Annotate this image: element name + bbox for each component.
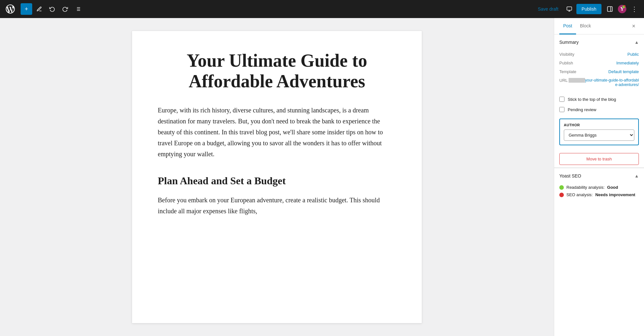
preview-button[interactable] [564, 3, 575, 15]
sidebar-tabs: Post Block × [554, 18, 644, 34]
move-to-trash-button[interactable]: Move to trash [559, 153, 639, 165]
url-prefix: ██████ [569, 78, 585, 82]
editor-content[interactable]: Your Ultimate Guide to Affordable Advent… [132, 31, 422, 323]
author-section: AUTHOR Gemma Briggs [559, 119, 639, 145]
body-paragraph-1[interactable]: Europe, with its rich history, diverse c… [158, 105, 396, 159]
stick-to-top-checkbox[interactable] [559, 97, 564, 102]
visibility-label: Visibility [559, 52, 574, 57]
publish-row: Publish Immediately [559, 59, 639, 67]
yoast-items: Readability analysis: Good SEO analysis:… [554, 184, 644, 204]
publish-button[interactable]: Publish [576, 4, 601, 14]
add-block-button[interactable]: + [21, 3, 32, 15]
url-row: URL ██████your-ultimate-guide-to-afforda… [559, 76, 639, 89]
yoast-label: Yoast SEO [559, 173, 581, 178]
summary-label: Summary [559, 40, 579, 45]
undo-button[interactable] [46, 3, 58, 15]
summary-rows: Visibility Public Publish Immediately Te… [554, 50, 644, 94]
readability-dot-icon [559, 185, 564, 190]
body-paragraph-2[interactable]: Before you embark on your European adven… [158, 195, 396, 216]
sidebar-toggle-button[interactable] [604, 3, 616, 15]
url-value[interactable]: ██████your-ultimate-guide-to-affordable-… [568, 78, 639, 87]
editor-area: Your Ultimate Guide to Affordable Advent… [0, 18, 554, 336]
template-label: Template [559, 69, 576, 74]
stick-to-top-row[interactable]: Stick to the top of the blog [554, 94, 644, 104]
svg-rect-9 [608, 7, 612, 12]
summary-chevron-icon: ▲ [634, 40, 639, 45]
yoast-icon: Y [617, 4, 627, 14]
visibility-value[interactable]: Public [628, 52, 639, 57]
yoast-chevron-icon: ▲ [634, 173, 639, 178]
readability-value: Good [607, 185, 618, 190]
url-path: your-ultimate-guide-to-affordable-advent… [585, 78, 639, 87]
template-value[interactable]: Default template [608, 69, 639, 74]
save-draft-button[interactable]: Save draft [534, 4, 562, 14]
svg-point-14 [624, 5, 625, 7]
list-view-button[interactable] [72, 3, 84, 15]
pending-review-label: Pending review [568, 107, 596, 112]
seo-dot-icon [559, 193, 564, 197]
svg-rect-6 [567, 7, 572, 10]
redo-button[interactable] [59, 3, 71, 15]
post-body-2[interactable]: Before you embark on your European adven… [158, 195, 396, 216]
visibility-row: Visibility Public [559, 50, 639, 59]
seo-row: SEO analysis: Needs improvement [559, 191, 639, 198]
publish-label: Publish [559, 61, 573, 65]
toolbar: + Save draft Publish Y ⋮ [0, 0, 644, 18]
main-area: Your Ultimate Guide to Affordable Advent… [0, 18, 644, 336]
summary-section-header[interactable]: Summary ▲ [554, 34, 644, 50]
readability-label: Readability analysis: [566, 185, 605, 190]
sidebar: Post Block × Summary ▲ Visibility Public… [554, 18, 644, 336]
seo-value: Needs improvement [595, 192, 635, 197]
template-row: Template Default template [559, 67, 639, 76]
tab-block[interactable]: Block [576, 18, 595, 34]
section-heading[interactable]: Plan Ahead and Set a Budget [158, 175, 396, 187]
publish-value[interactable]: Immediately [616, 61, 639, 65]
pending-review-checkbox[interactable] [559, 107, 564, 112]
yoast-section-header[interactable]: Yoast SEO ▲ [554, 168, 644, 184]
toolbar-end-actions: Y ⋮ [604, 3, 640, 15]
close-sidebar-button[interactable]: × [629, 21, 639, 31]
author-select[interactable]: Gemma Briggs [564, 130, 634, 141]
url-label: URL [559, 78, 568, 83]
author-label: AUTHOR [564, 123, 634, 127]
pending-review-row[interactable]: Pending review [554, 104, 644, 115]
summary-section: Summary ▲ Visibility Public Publish Imme… [554, 34, 644, 168]
post-body[interactable]: Europe, with its rich history, diverse c… [158, 105, 396, 159]
pen-icon-button[interactable] [33, 3, 45, 15]
wp-logo-icon[interactable] [4, 3, 17, 15]
stick-to-top-label: Stick to the top of the blog [568, 97, 616, 102]
seo-label: SEO analysis: [566, 192, 593, 197]
yoast-section: Yoast SEO ▲ Readability analysis: Good S… [554, 168, 644, 204]
tab-post[interactable]: Post [559, 18, 576, 34]
readability-row: Readability analysis: Good [559, 184, 639, 191]
more-options-button[interactable]: ⋮ [629, 3, 640, 15]
post-title[interactable]: Your Ultimate Guide to Affordable Advent… [158, 50, 396, 92]
